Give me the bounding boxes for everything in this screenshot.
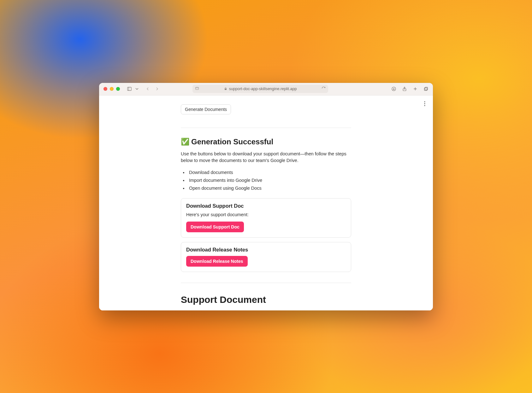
svg-rect-2 [196,87,199,90]
safari-window: support-doc-app-skillsengine.replit.app [99,83,433,310]
share-icon[interactable] [402,86,407,91]
window-minimize-button[interactable] [110,87,114,91]
list-item: Download documents [188,169,351,176]
sidebar-toggle-icon[interactable] [127,86,132,91]
download-support-button[interactable]: Download Support Doc [186,222,244,232]
list-item: Open document using Google Docs [188,185,351,192]
success-lead: Use the buttons below to download your s… [181,151,351,164]
svg-rect-9 [425,87,428,90]
list-item: Import documents into Google Drive [188,177,351,184]
card-desc: Here's your support document: [186,212,346,217]
generate-documents-button[interactable]: Generate Documents [181,104,231,114]
reload-icon[interactable] [322,86,326,91]
lock-icon [224,87,227,90]
document-title: Support Document [181,294,351,305]
website-settings-icon[interactable] [195,86,199,91]
divider [181,128,351,128]
address-bar[interactable]: support-doc-app-skillsengine.replit.app [192,85,328,93]
browser-titlebar: support-doc-app-skillsengine.replit.app [99,83,433,95]
forward-button[interactable] [155,86,160,91]
svg-rect-0 [127,87,131,91]
window-controls [103,87,120,91]
window-close-button[interactable] [103,87,107,91]
card-title: Download Support Doc [186,203,346,209]
svg-point-11 [424,101,425,102]
navigation-controls [145,86,160,91]
success-heading: ✅ Generation Successful [181,137,351,146]
window-maximize-button[interactable] [116,87,120,91]
back-button[interactable] [145,86,150,91]
downloads-icon[interactable] [391,86,396,91]
url-text: support-doc-app-skillsengine.replit.app [229,87,297,91]
divider [181,283,351,283]
card-title: Download Release Notes [186,247,346,253]
kebab-menu-icon[interactable] [424,101,425,107]
download-support-card: Download Support Doc Here's your support… [181,198,351,238]
svg-point-12 [424,103,425,104]
check-icon: ✅ [181,138,189,146]
svg-point-13 [424,105,425,106]
chevron-down-icon[interactable] [134,86,139,91]
main-column: Generate Documents ✅ Generation Successf… [181,95,351,310]
toolbar-right [391,86,429,91]
download-release-card: Download Release Notes Download Release … [181,242,351,272]
page-content: Generate Documents ✅ Generation Successf… [99,95,433,310]
tabs-overview-icon[interactable] [423,86,429,91]
success-heading-text: Generation Successful [191,137,273,146]
svg-rect-10 [424,88,427,91]
new-tab-icon[interactable] [413,86,418,91]
download-release-button[interactable]: Download Release Notes [186,256,248,267]
steps-list: Download documents Import documents into… [181,169,351,192]
